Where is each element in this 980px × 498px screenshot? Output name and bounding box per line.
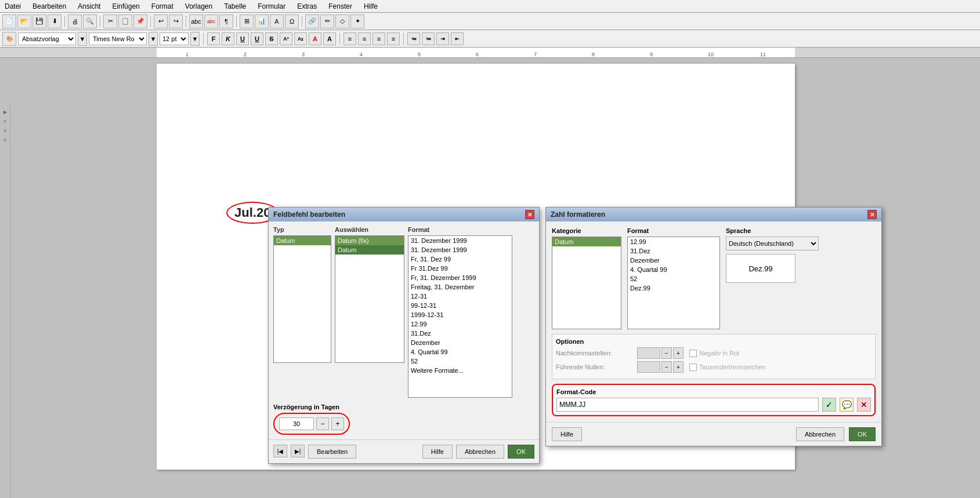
- format-listbox[interactable]: 31. Dezember 1999 31. Dezember 1999 Fr, …: [408, 235, 512, 398]
- align-right[interactable]: ≡: [373, 32, 385, 45]
- star-btn[interactable]: ✦: [350, 14, 364, 28]
- delay-input[interactable]: [279, 417, 314, 430]
- text-btn[interactable]: A: [270, 14, 284, 28]
- menu-extras[interactable]: Extras: [295, 1, 319, 12]
- underline2-btn[interactable]: U: [251, 32, 263, 45]
- pencil-btn[interactable]: ✏: [320, 14, 334, 28]
- auswaehlen-datum-item[interactable]: Datum: [335, 245, 404, 255]
- print-btn[interactable]: 🖨: [68, 14, 82, 28]
- nachkommastellen-input[interactable]: [637, 347, 660, 359]
- tausend-checkbox[interactable]: [689, 363, 697, 371]
- fuehrende-nullen-plus[interactable]: +: [673, 361, 684, 373]
- menu-tabelle[interactable]: Tabelle: [222, 1, 248, 12]
- fmt-item-8[interactable]: 1999-12-31: [408, 310, 512, 319]
- zfmt-5[interactable]: Dez.99: [628, 283, 719, 293]
- fuehrende-nullen-input[interactable]: [637, 361, 660, 373]
- auswaehlen-listbox[interactable]: Datum (fix) Datum: [335, 235, 404, 363]
- format-code-check-btn[interactable]: ✓: [822, 398, 836, 412]
- list1-btn[interactable]: ≔: [407, 32, 420, 45]
- menu-vorlagen[interactable]: Vorlagen: [183, 1, 215, 12]
- nav-last-btn[interactable]: ▶|: [291, 445, 305, 457]
- preview-btn[interactable]: 🔍: [83, 14, 97, 28]
- fmt-item-4[interactable]: Fr, 31. Dezember 1999: [408, 273, 512, 282]
- copy-btn[interactable]: 📋: [118, 14, 132, 28]
- menu-bearbeiten[interactable]: Bearbeiten: [30, 1, 68, 12]
- link-btn[interactable]: 🔗: [305, 14, 319, 28]
- omega-btn[interactable]: Ω: [285, 14, 299, 28]
- zahl-close-btn[interactable]: ✕: [867, 210, 877, 219]
- color-btn[interactable]: A: [309, 32, 321, 45]
- zahl-abbrechen-btn[interactable]: Abbrechen: [796, 427, 844, 441]
- zfmt-3[interactable]: 4. Quartal 99: [628, 265, 719, 274]
- spell2-btn[interactable]: abc: [204, 14, 218, 28]
- menu-hilfe[interactable]: Hilfe: [361, 1, 380, 12]
- spell-btn[interactable]: abc: [189, 14, 203, 28]
- align-left[interactable]: ≡: [343, 32, 356, 45]
- bold-btn[interactable]: F: [207, 32, 220, 45]
- delay-minus-btn[interactable]: −: [316, 417, 329, 430]
- bearbeiten-btn[interactable]: Bearbeiten: [308, 445, 356, 459]
- menu-ansicht[interactable]: Ansicht: [75, 1, 103, 12]
- fmt-item-2[interactable]: Fr, 31. Dez 99: [408, 255, 512, 264]
- typ-datum-item[interactable]: Datum: [274, 236, 331, 245]
- chart-btn[interactable]: 📊: [255, 14, 269, 28]
- style-select[interactable]: Absatzvorlag: [18, 32, 76, 45]
- save-btn[interactable]: 💾: [32, 14, 46, 28]
- zahl-ok-btn[interactable]: OK: [849, 427, 876, 441]
- sprache-select[interactable]: Deutsch (Deutschland): [726, 237, 819, 250]
- fmt-item-14[interactable]: Weitere Formate...: [408, 366, 512, 375]
- cut-btn[interactable]: ✂: [103, 14, 117, 28]
- format-code-cancel-btn[interactable]: ✕: [857, 398, 871, 412]
- down-btn[interactable]: ⬇: [48, 14, 62, 28]
- menu-fenster[interactable]: Fenster: [326, 1, 355, 12]
- undo-btn[interactable]: ↩: [154, 14, 168, 28]
- fmt-item-5[interactable]: Freitag, 31. Dezember: [408, 282, 512, 292]
- feldbefehl-hilfe-btn[interactable]: Hilfe: [422, 445, 453, 459]
- list2-btn[interactable]: ≔: [422, 32, 435, 45]
- align-justify[interactable]: ≡: [387, 32, 400, 45]
- menu-datei[interactable]: Datei: [2, 1, 23, 12]
- fmt-item-11[interactable]: Dezember: [408, 338, 512, 347]
- feldbefehl-ok-btn[interactable]: OK: [508, 445, 534, 459]
- zfmt-1[interactable]: 31.Dez: [628, 246, 719, 256]
- fuehrende-nullen-minus[interactable]: −: [661, 361, 672, 373]
- style-icon[interactable]: 🎨: [2, 32, 16, 46]
- fmt-item-13[interactable]: 52: [408, 357, 512, 366]
- delay-plus-btn[interactable]: +: [331, 417, 344, 430]
- menu-einfuegen[interactable]: Einfügen: [110, 1, 142, 12]
- format-code-info-btn[interactable]: 💬: [840, 398, 854, 412]
- kategorie-datum-item[interactable]: Datum: [552, 237, 621, 246]
- fmt-item-3[interactable]: Fr 31.Dez 99: [408, 264, 512, 273]
- italic-btn[interactable]: K: [222, 32, 234, 45]
- fmt-item-6[interactable]: 12-31: [408, 292, 512, 301]
- zfmt-4[interactable]: 52: [628, 274, 719, 283]
- nachkommastellen-plus[interactable]: +: [673, 347, 684, 359]
- fmt-item-12[interactable]: 4. Quartal 99: [408, 347, 512, 357]
- new-btn[interactable]: 📄: [2, 14, 16, 28]
- zahl-format-listbox[interactable]: 12.99 31.Dez Dezember 4. Quartal 99 52 D…: [627, 237, 720, 329]
- open-btn[interactable]: 📂: [17, 14, 31, 28]
- feldbefehl-close-btn[interactable]: ✕: [525, 210, 534, 219]
- font-select[interactable]: Times New Ro: [89, 32, 147, 45]
- outdent-btn[interactable]: ⇤: [451, 32, 464, 45]
- menu-format[interactable]: Format: [149, 1, 176, 12]
- table-btn[interactable]: ⊞: [240, 14, 254, 28]
- fmt-item-9[interactable]: 12.99: [408, 319, 512, 329]
- paste-btn[interactable]: 📌: [133, 14, 147, 28]
- typ-listbox[interactable]: Datum: [273, 235, 331, 363]
- format-code-input[interactable]: [556, 398, 819, 412]
- redo-btn[interactable]: ↪: [169, 14, 183, 28]
- indent-btn[interactable]: ⇥: [436, 32, 449, 45]
- size-dropdown[interactable]: ▼: [190, 32, 200, 46]
- auswaehlen-fix-item[interactable]: Datum (fix): [335, 236, 404, 245]
- underline-btn[interactable]: U: [236, 32, 249, 45]
- zahl-hilfe-btn[interactable]: Hilfe: [552, 427, 582, 441]
- menu-formular[interactable]: Formular: [255, 1, 288, 12]
- fmt-item-1[interactable]: 31. Dezember 1999: [408, 245, 512, 255]
- feldbefehl-abbrechen-btn[interactable]: Abbrechen: [456, 445, 504, 459]
- negativ-rot-checkbox[interactable]: [689, 350, 697, 357]
- highlight-btn[interactable]: A: [323, 32, 336, 45]
- fmt-item-7[interactable]: 99-12-31: [408, 301, 512, 310]
- style-dropdown[interactable]: ▼: [78, 32, 87, 46]
- kategorie-listbox[interactable]: Datum: [552, 237, 621, 329]
